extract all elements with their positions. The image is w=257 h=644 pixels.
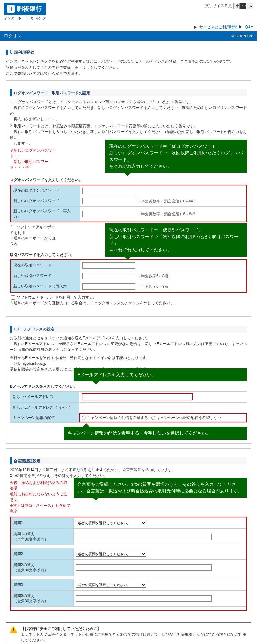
q3-label: 質問3 [11,579,74,590]
new-logon-pw2-label: 新しいログオンパスワード（再入力） [11,206,80,221]
font-mid-button[interactable]: 中 [240,3,246,9]
callout-campaign: キャンペーン情報の配信を希望する・希望しないを選択してください。 [64,427,247,440]
email-section-title: Eメールアドレスの設定 [10,326,247,333]
font-size-switcher: 文字サイズ変更 小 中 大 [205,3,253,9]
callout-email: Eメールアドレスを入力してください。 [74,368,247,381]
passphrase-warning: 今後、振込および料金払込みの取引受 絶対にお忘れにならないようご注意く ※答えは… [10,480,70,514]
q1-select[interactable]: 秘密の質問を選択してください。 [76,520,146,526]
new-email2-label: 新しいEメールアドレス（再入力） [10,402,79,413]
bank-logo: H 肥後銀行 [4,3,46,15]
a1-input[interactable] [76,534,212,540]
email-intro: お取引の通知とセキュリティの通知を送るEメールアドレスを入力してください。 「現… [10,335,247,352]
warning-icon: ! [9,626,18,633]
safety-box: ! 【お客様に安全にご利用していただくために】 １．ネットカフェ等インターネット… [6,622,251,644]
current-tx-pw-label: 現在の取引パスワード [11,260,80,271]
current-logon-pw-label: 現在のログオンパスワード [11,185,80,196]
safety-title: 【お客様に安全にご利用していただくために】 [21,626,247,632]
passphrase-intro: 2020年12月14日より第三者による不正な取引を防止するために、合言葉認証を追… [10,467,247,478]
softkb-checkbox-2[interactable] [11,295,15,300]
a3-input[interactable] [76,595,212,602]
bank-logo-icon: H [7,5,15,13]
campaign-opt-no-wrap[interactable]: キャンペーン情報の配信を希望しない [151,415,221,420]
new-logon-pw2-input[interactable] [82,211,135,217]
new-logon-pw-label: 新しいログオンパスワード [11,196,80,206]
logon-pw-prompt: ログオンパスワードを入力してください。 [10,177,247,183]
a2-label: 質問2の答え （全角30文字以内） [11,559,74,576]
softkb-note-2: ※通常のキーボードから直接入力する場合は、チェックボックスのチェックを外してくだ… [10,301,247,306]
callout-logon-pw: 現在のログオンパスワード⇒「仮ログオンパスワード」 新しいログオンパスワード⇒「… [105,140,247,173]
softkb-label-2: ソフトウェアキーボードを利用して入力する。 [17,295,97,299]
page-code: KBC11BN003B [231,34,253,38]
new-tx-pw-input[interactable] [82,273,135,279]
campaign-opt-yes-radio[interactable] [82,416,86,420]
service-time-link[interactable]: サービスとご利用時間 [199,25,238,29]
softkb-checkbox-1[interactable] [11,225,15,229]
logon-pw-hint-2: （半角英数字（混合必須）6～8桁） [137,212,199,216]
new-email2-input[interactable] [82,405,192,411]
passphrase-section-title: 合言葉認証設定 [10,457,247,464]
bank-name: 肥後銀行 [17,4,42,13]
q3-select[interactable]: 秘密の質問を選択してください。 [76,582,146,588]
campaign-opt-yes-wrap[interactable]: キャンペーン情報の配信を希望する [82,415,148,420]
pw-explain-1: 1. ログオンパスワードとは、インターネットバンキング等にログオンする場合にご入… [10,99,247,122]
tx-pw-hint-2: （半角数字6～8桁） [137,284,172,289]
new-email-input[interactable] [82,393,193,400]
callout-passphrase: 合言葉をご登録ください。3つの質問を選択のうえ、その答えを入力してください。合言… [74,478,247,498]
service-tagline: インターネットバンキング [4,16,46,21]
new-tx-pw-label: 新しい取引パスワード [11,271,80,281]
campaign-label: キャンペーン情報の配信 [10,413,79,422]
a2-input[interactable] [76,564,212,571]
new-tx-pw2-input[interactable] [82,283,135,290]
font-size-label: 文字サイズ変更 [205,3,232,9]
current-tx-pw-input[interactable] [82,262,135,269]
first-use-title: 初回利用登録 [6,50,251,55]
campaign-opt-no-radio[interactable] [151,416,155,420]
intro-text: インターネットバンキングを初めてご利用する場合は、パスワードの設定、Eメールアド… [6,59,251,77]
new-tx-pw2-label: 新しい取引パスワード（再入力） [11,281,80,292]
font-large-button[interactable]: 大 [247,3,253,9]
current-logon-pw-input[interactable] [82,188,135,194]
safety-l2: ２．暗証番号や確認の暗証番号の入力には、安全のためソフトウェアキーボードの使用を… [21,643,247,644]
font-small-button[interactable]: 小 [233,3,240,9]
q1-label: 質問1 [11,517,74,528]
logon-pw-hint-1: （半角英数字（混合必須）6～8桁） [137,199,199,203]
new-email-label: 新しいEメールアドレス [10,391,79,402]
a3-label: 質問3の答え （全角30文字以内） [11,590,74,606]
email-prompt: Eメールアドレスを入力してください。 [10,384,247,389]
new-logon-pw-input[interactable] [82,198,135,204]
safety-l1: １．ネットカフェ等インターネットが自由にご利用できる施設での操作は避けて、自宅や… [21,632,247,643]
softkb-note-1: ※通常のキーボードから直接入 [10,236,58,246]
campaign-opt-yes: キャンペーン情報の配信を希望する [87,415,148,420]
q2-label: 質問2 [11,548,74,559]
a1-label: 質問1の答え （全角30文字以内） [11,528,74,545]
campaign-opt-no: キャンペーン情報の配信を希望しない [156,415,221,420]
qa-link[interactable]: Q&A [245,25,253,29]
page-title: ログオン [4,33,22,39]
password-section-title: ログオンパスワード・取引パスワードの設定 [10,89,247,96]
tx-pw-hint-1: （半角数字6～8桁） [137,274,172,278]
q2-select[interactable]: 秘密の質問を選択してください。 [76,551,146,557]
callout-tx-pw: 現在の取引パスワード⇒「仮取引パスワード」 新しい取引パスワード⇒「次回以降ご利… [105,223,247,257]
pw-warning: ※新しいログオンパスワード・・ 新しい取引パスワード・・・半 [10,147,58,170]
softkb-label-1: ソフトウェアキーボードを利用 [10,224,55,235]
